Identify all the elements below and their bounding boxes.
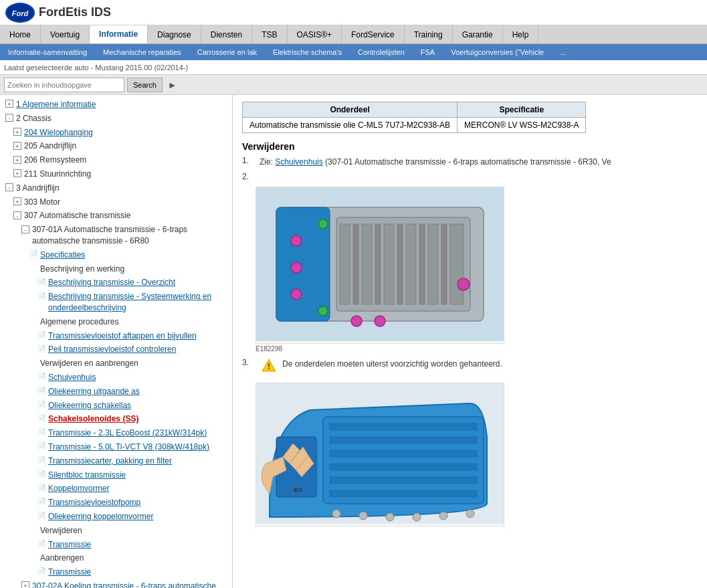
tree-toggle-icon[interactable]: + (13, 169, 23, 177)
tree-label[interactable]: Transmissie (48, 539, 232, 551)
tree-toggle-icon[interactable]: + (13, 155, 23, 163)
tree-item[interactable]: 📄Silentbloc transmissie (0, 468, 232, 482)
nav-item-diensten[interactable]: Diensten (201, 25, 252, 43)
svg-rect-10 (384, 224, 394, 304)
tree-label[interactable]: Specificaties (40, 250, 232, 261)
tree-label[interactable]: Transmissie (48, 567, 232, 578)
tree-item[interactable]: +307-02A Koeling transmissie - 6-traps a… (0, 579, 232, 588)
page-icon: 📄 (37, 540, 47, 548)
sub-nav-item[interactable]: Mechanische reparaties (95, 46, 189, 58)
page-icon: 📄 (37, 456, 47, 464)
tree-label[interactable]: Schuivenhuis (48, 372, 232, 383)
tree-item: Algemene procedures (0, 315, 232, 329)
svg-point-19 (291, 289, 302, 300)
tree-item[interactable]: 📄Oliekeerring koppelomvormer (0, 510, 232, 524)
nav-item-home[interactable]: Home (0, 25, 41, 43)
tree-item[interactable]: 📄Beschrijving transmissie - Systeemwerki… (0, 290, 232, 315)
sub-nav-item[interactable]: Voertuigconversies ("Vehicle (443, 46, 552, 58)
nav-item-oasis®+[interactable]: OASIS®+ (288, 25, 342, 43)
tree-toggle-icon[interactable]: - (5, 183, 15, 191)
tree-item[interactable]: 📄Koppelomvormer (0, 482, 232, 496)
main-layout: +1 Algemene informatie-2 Chassis+204 Wie… (0, 95, 707, 588)
sub-nav-item[interactable]: Controlelijsten (350, 46, 413, 58)
nav-item-help[interactable]: Help (503, 25, 539, 43)
tree-label[interactable]: Oliekeerring uitgaande as (48, 386, 232, 397)
tree-item[interactable]: 📄Beschrijving transmissie - Overzicht (0, 276, 232, 290)
tree-label[interactable]: 204 Wielophanging (24, 127, 232, 138)
svg-point-24 (318, 306, 328, 316)
tree-label[interactable]: Schakelsolenoides (SS) (48, 413, 232, 425)
tree-item[interactable]: 📄Oliekeerring schakellas (0, 399, 232, 413)
sub-nav-item[interactable]: Elektrische schema's (265, 46, 350, 58)
tree-toggle-icon[interactable]: + (13, 197, 23, 205)
tree-item[interactable]: 📄Transmissiecarter, pakking en filter (0, 454, 232, 468)
tree-toggle-icon[interactable]: - (5, 114, 15, 122)
tree-label[interactable]: Transmissiecarter, pakking en filter (48, 456, 232, 467)
nav-item-voertuig[interactable]: Voertuig (41, 25, 90, 43)
tree-label[interactable]: Transmissie - 5.0L Ti-VCT V8 (308kW/418p… (48, 442, 232, 453)
tree-toggle-icon[interactable]: - (21, 225, 31, 233)
tree-label[interactable]: Transmissie - 2.3L EcoBoost (231kW/314pk… (48, 427, 232, 439)
nav-item-garantie[interactable]: Garantie (453, 25, 503, 43)
tree-item[interactable]: 📄Transmissievloeistof aftappen en bijvul… (0, 329, 232, 343)
tree-label[interactable]: 1 Algemene informatie (16, 99, 232, 110)
svg-point-42 (359, 512, 367, 520)
sub-nav-item[interactable]: Carrosserie en lak (189, 46, 265, 58)
sub-nav-item[interactable]: ... (552, 46, 574, 58)
table-cell-part: Automatische transmissie olie C-MLS 7U7J… (243, 118, 458, 133)
tree-item[interactable]: 📄Transmissie (0, 565, 232, 579)
tree-item[interactable]: 📄Transmissievloeistofpomp (0, 496, 232, 510)
tree-toggle-icon[interactable]: + (21, 581, 31, 588)
search-input[interactable] (4, 78, 124, 92)
tree-item[interactable]: 📄Transmissie - 2.3L EcoBoost (231kW/314p… (0, 426, 232, 440)
svg-rect-7 (353, 224, 359, 304)
tree-item[interactable]: 📄Oliekeerring uitgaande as (0, 385, 232, 399)
sub-nav-item[interactable]: FSA (413, 46, 443, 58)
tree-label[interactable]: Oliekeerring schakellas (48, 400, 232, 411)
tree-label[interactable]: Beschrijving transmissie - Overzicht (48, 277, 232, 288)
sub-nav-item[interactable]: Informatie-samenvatting (0, 46, 95, 58)
svg-point-17 (291, 235, 302, 246)
tree-item[interactable]: 📄Peil transmissievloeistof controleren (0, 342, 232, 357)
nav-item-tsb[interactable]: TSB (252, 25, 287, 43)
tree-item[interactable]: 📄Schuivenhuis (0, 371, 232, 385)
tree-toggle-icon[interactable]: - (13, 211, 23, 219)
tree-item[interactable]: 📄Transmissie (0, 538, 232, 552)
tree-label[interactable]: Beschrijving transmissie - Systeemwerkin… (48, 291, 232, 314)
tree-label[interactable]: 307-02A Koeling transmissie - 6-traps au… (32, 581, 232, 588)
tree-toggle-icon[interactable]: + (5, 100, 15, 108)
page-icon: 📄 (37, 331, 47, 339)
page-icon: 📄 (37, 567, 47, 575)
svg-point-46 (466, 510, 474, 518)
tree-item[interactable]: +204 Wielophanging (0, 126, 232, 140)
tree-label[interactable]: Transmissievloeistofpomp (48, 497, 232, 508)
nav-item-training[interactable]: Training (405, 25, 453, 43)
tree-label[interactable]: Transmissievloeistof aftappen en bijvull… (48, 330, 232, 342)
schuivenhuis-link[interactable]: Schuivenhuis (275, 157, 322, 167)
tree-item[interactable]: 📄Transmissie - 5.0L Ti-VCT V8 (308kW/418… (0, 440, 232, 454)
nav-item-fordservice[interactable]: FordService (342, 25, 405, 43)
search-nav-arrow[interactable]: ► (168, 80, 177, 90)
tree-item[interactable]: +1 Algemene informatie (0, 98, 232, 112)
tree-toggle-icon[interactable]: + (13, 141, 23, 149)
tree-label[interactable]: Silentbloc transmissie (48, 470, 232, 481)
tree-label[interactable]: Peil transmissievloeistof controleren (48, 344, 232, 355)
nav-item-informatie[interactable]: Informatie (90, 25, 148, 43)
svg-point-21 (375, 316, 385, 326)
svg-rect-6 (340, 224, 350, 304)
tree-item: -2 Chassis (0, 112, 232, 126)
diagram-2-container: ⇐ (256, 383, 698, 526)
nav-item-diagnose[interactable]: Diagnose (148, 25, 201, 43)
tree-item: +211 Stuurinrichting (0, 167, 232, 181)
svg-rect-37 (330, 464, 477, 470)
tree-label[interactable]: Koppelomvormer (48, 483, 232, 494)
tree-item: -307 Automatische transmissie (0, 209, 232, 223)
search-button[interactable]: Search (127, 78, 163, 92)
tree-item[interactable]: 📄Schakelsolenoides (SS) (0, 412, 232, 426)
svg-rect-12 (406, 224, 416, 304)
tree-item[interactable]: 📄Specificaties (0, 248, 232, 262)
tree-label[interactable]: Oliekeerring koppelomvormer (48, 511, 232, 522)
svg-point-44 (413, 513, 421, 521)
tree-toggle-icon[interactable]: + (13, 128, 23, 136)
tree-label: 307 Automatische transmissie (24, 210, 232, 221)
